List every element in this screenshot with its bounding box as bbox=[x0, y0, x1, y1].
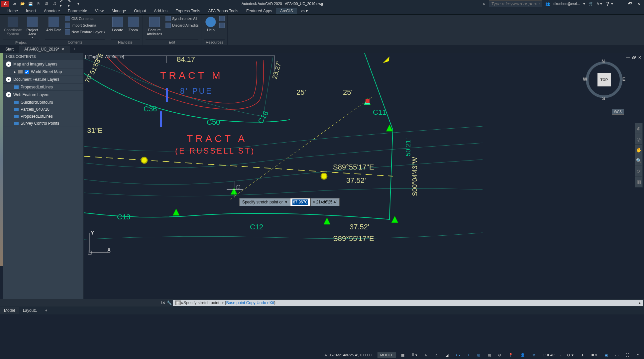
qat-dropdown-icon[interactable]: ▾ bbox=[76, 1, 81, 6]
units-icon[interactable]: ✖ ▾ bbox=[589, 352, 599, 358]
resource-2-button[interactable] bbox=[219, 23, 225, 28]
nav-showmotion-icon[interactable]: ▦ bbox=[635, 177, 642, 187]
import-schema-button[interactable]: Import Schema bbox=[65, 23, 105, 28]
dynamic-input-toggle-icon[interactable]: + bbox=[466, 352, 472, 358]
sidebar-section-web-feature[interactable]: ▾ Web Feature Layers bbox=[3, 91, 83, 99]
tab-arcgis[interactable]: ArcGIS bbox=[276, 8, 297, 14]
tab-parametric[interactable]: Parametric bbox=[64, 8, 91, 14]
qat-plot-icon[interactable]: 🖶 bbox=[44, 1, 49, 6]
cmd-option-exit[interactable]: eXit bbox=[267, 300, 274, 305]
discard-all-edits-button[interactable]: Discard All Edits bbox=[165, 23, 198, 28]
synchronize-all-button[interactable]: Synchronize All bbox=[165, 16, 198, 21]
add-layout-button[interactable]: + bbox=[41, 307, 51, 314]
isolate-icon[interactable]: ▭ bbox=[613, 352, 620, 358]
zoom-button[interactable]: Zoom bbox=[127, 16, 140, 33]
cmd-option-undo[interactable]: Undo bbox=[257, 300, 266, 305]
sidebar-item-parcels[interactable]: Parcels_040710 bbox=[3, 106, 83, 113]
sidebar-item-proposedlotlines-doc[interactable]: ProposedLotLines bbox=[3, 84, 83, 91]
snap-toggle-icon[interactable]: ⠿ ▾ bbox=[410, 352, 419, 358]
qat-redo-icon[interactable]: ↷ ▾ bbox=[68, 1, 73, 6]
tab-home[interactable]: Home bbox=[3, 8, 22, 14]
close-tab-icon[interactable]: ✕ bbox=[61, 47, 64, 52]
chevron-down-icon[interactable]: ▾ bbox=[6, 77, 11, 82]
qat-saveall-icon[interactable]: ⎘ bbox=[36, 1, 41, 6]
ann-visibility-icon[interactable]: ⚖ bbox=[530, 352, 538, 358]
qat-publish-icon[interactable]: 🖨 bbox=[52, 1, 57, 6]
qat-new-icon[interactable]: ▱ bbox=[12, 1, 17, 6]
search-input[interactable] bbox=[489, 0, 542, 7]
command-line[interactable]: ⁞✕ 🔧 ▦ ▸Specify stretch point or [ Base … bbox=[0, 299, 644, 306]
doc-tab-active[interactable]: AFA400_UC_2019*✕ bbox=[19, 46, 70, 53]
sidebar-section-map-imagery[interactable]: ▾ Map and Imagery Layers bbox=[3, 60, 83, 68]
dyn-distance-input[interactable]: 87.9670 bbox=[290, 198, 310, 206]
chevron-down-icon[interactable]: ▾ bbox=[6, 92, 11, 97]
viewcube-top-face[interactable]: TOP bbox=[597, 73, 611, 86]
tab-express-tools[interactable]: Express Tools bbox=[171, 8, 204, 14]
chevron-down-icon[interactable]: ▾ bbox=[6, 61, 11, 67]
app-store-icon[interactable]: Ă ▾ bbox=[596, 2, 602, 6]
help-button[interactable]: Help bbox=[204, 16, 217, 33]
tab-featured-apps[interactable]: Featured Apps bbox=[242, 8, 276, 14]
tab-afa-bonus[interactable]: AFA Bonus Tools bbox=[204, 8, 242, 14]
arrow-icon[interactable]: ▸ bbox=[483, 2, 485, 6]
modelspace-button[interactable]: MODEL bbox=[377, 352, 396, 358]
tab-annotate[interactable]: Annotate bbox=[40, 8, 64, 14]
cmd-customize-icon[interactable]: 🔧 bbox=[167, 300, 172, 305]
viewport-close-icon[interactable]: ✕ bbox=[638, 55, 641, 60]
sidebar-item-guildfordcontours[interactable]: GuildfordContours bbox=[3, 99, 83, 106]
transparency-toggle-icon[interactable]: ▤ bbox=[485, 352, 493, 358]
gis-contents-button[interactable]: GIS Contents bbox=[65, 16, 105, 21]
quick-props-icon[interactable]: ▣ bbox=[602, 352, 610, 358]
resource-1-button[interactable] bbox=[219, 16, 225, 21]
iso-toggle-icon[interactable]: ◢ bbox=[444, 352, 450, 358]
help-icon[interactable]: ❔ ▾ bbox=[605, 2, 613, 6]
tab-extra-icon[interactable]: ▭ ▾ bbox=[297, 8, 312, 14]
viewcube[interactable]: N S W E TOP bbox=[584, 60, 624, 100]
wcs-badge[interactable]: WCS bbox=[612, 109, 624, 115]
nav-zoom-icon[interactable]: 🔍 bbox=[635, 155, 642, 166]
tab-manage[interactable]: Manage bbox=[108, 8, 130, 14]
doc-tab-start[interactable]: Start bbox=[0, 46, 19, 53]
expand-icon[interactable]: ▸ bbox=[14, 69, 16, 74]
add-tab-button[interactable]: + bbox=[70, 46, 79, 53]
tab-addins[interactable]: Add-ins bbox=[150, 8, 171, 14]
user-label[interactable]: dkuehne@esri... bbox=[553, 2, 580, 6]
cart-icon[interactable]: 🛒 bbox=[589, 2, 593, 6]
workspace-icon[interactable]: ⚙ ▾ bbox=[565, 352, 575, 358]
cmd-history-icon[interactable]: ▴ bbox=[639, 300, 641, 305]
ortho-toggle-icon[interactable]: ⊾ bbox=[423, 352, 430, 358]
nav-orbit-icon[interactable]: ⟳ bbox=[635, 166, 642, 177]
project-area-button[interactable]: Project Area▾ bbox=[25, 16, 39, 40]
sidebar-section-doc-feature[interactable]: ▾ Document Feature Layers bbox=[3, 75, 83, 84]
layout1-tab[interactable]: Layout1 bbox=[19, 307, 41, 314]
ann-monitor-icon[interactable]: ✚ bbox=[579, 352, 586, 358]
tab-output[interactable]: Output bbox=[130, 8, 150, 14]
feature-attributes-button[interactable]: Feature Attributes bbox=[146, 16, 163, 37]
sidebar-item-world-street-map[interactable]: ▸ World Street Map bbox=[3, 68, 83, 75]
add-data-button[interactable]: Add Data bbox=[45, 16, 63, 33]
viewport-minimize-icon[interactable]: — bbox=[626, 55, 630, 60]
ann-scale-icon[interactable]: 👤 bbox=[518, 352, 527, 358]
signin-icon[interactable]: 👥 bbox=[545, 2, 550, 6]
coordinate-system-button[interactable]: Coordinate System bbox=[3, 16, 23, 37]
minimize-icon[interactable]: — bbox=[616, 1, 625, 6]
viewport-restore-icon[interactable]: 🗗 bbox=[632, 55, 636, 60]
app-menu-icon[interactable]: A bbox=[1, 1, 9, 7]
qat-open-icon[interactable]: 📂 bbox=[20, 1, 25, 6]
clean-screen-icon[interactable]: ⛶ bbox=[624, 352, 631, 358]
coordinates-display[interactable]: 87.9670<214d6'25.4", 0.0000 bbox=[324, 353, 372, 357]
layer-visibility-checkbox[interactable] bbox=[25, 70, 29, 74]
grid-toggle-icon[interactable]: ▦ bbox=[399, 352, 406, 358]
geo-marker-icon[interactable]: 📍 bbox=[506, 352, 515, 358]
scale-display[interactable]: 1" = 40' bbox=[541, 352, 557, 358]
drawing-svg[interactable]: Y X bbox=[84, 53, 483, 259]
model-tab[interactable]: Model bbox=[0, 307, 19, 314]
lwt-toggle-icon[interactable]: ⊞ bbox=[475, 352, 482, 358]
locate-button[interactable]: Locate bbox=[111, 16, 125, 33]
new-feature-layer-button[interactable]: New Feature Layer ▾ bbox=[65, 29, 105, 35]
customize-status-icon[interactable]: ≡ bbox=[635, 352, 641, 358]
qat-save-icon[interactable]: 💾 bbox=[28, 1, 33, 6]
cmd-close-icon[interactable]: ⁞✕ bbox=[161, 300, 165, 305]
tab-insert[interactable]: Insert bbox=[22, 8, 40, 14]
sidebar-item-proposedlotlines-web[interactable]: ProposedLotLines bbox=[3, 113, 83, 120]
